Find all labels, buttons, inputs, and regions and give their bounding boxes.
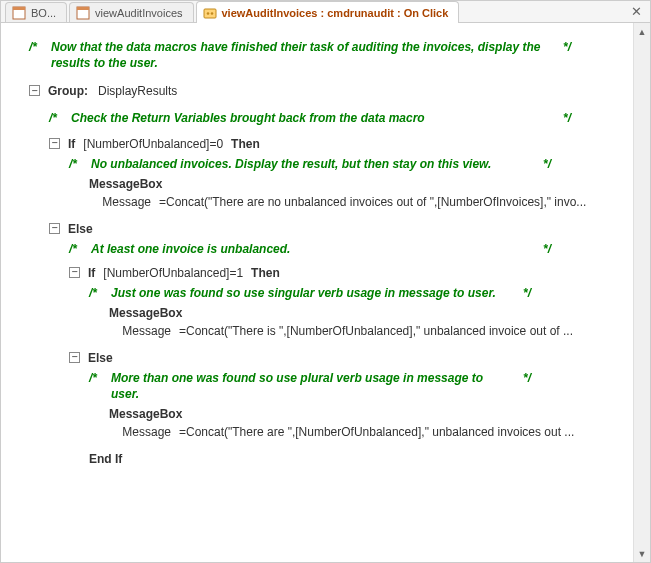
then-keyword: Then [231,136,260,152]
param-value[interactable]: =Concat("There is ",[NumberOfUnbalanced]… [179,323,629,339]
param-name: Message [109,323,179,339]
close-icon[interactable]: ✕ [631,4,642,19]
param-row: Message =Concat("There are no unbalanced… [11,194,629,210]
comment-start: /* [69,241,91,257]
group-name: DisplayResults [98,83,177,99]
else-keyword: Else [88,350,113,366]
macro-icon [203,6,217,20]
action-messagebox[interactable]: MessageBox [11,305,629,321]
comment-block: /* Check the Return Variables brought ba… [11,110,571,126]
comment-end: */ [563,110,571,126]
collapse-toggle[interactable]: − [49,138,60,149]
collapse-toggle[interactable]: − [69,267,80,278]
comment-text: Just one was found so use singular verb … [111,285,523,301]
tab-bo[interactable]: BO... [5,2,67,22]
svg-rect-3 [77,7,89,10]
if-keyword: If [68,136,75,152]
tab-label: viewAuditInvoices [95,7,182,19]
comment-text: No unbalanced invoices. Display the resu… [91,156,543,172]
group-keyword: Group: [48,83,88,99]
if-keyword: If [88,265,95,281]
vertical-scrollbar[interactable]: ▲ ▼ [633,23,650,562]
tab-bar: BO... viewAuditInvoices viewAuditInvoice… [1,1,650,23]
collapse-toggle[interactable]: − [49,223,60,234]
comment-end: */ [523,370,531,402]
form-icon [76,6,90,20]
svg-point-6 [210,12,213,15]
comment-start: /* [69,156,91,172]
tab-viewauditinvoices[interactable]: viewAuditInvoices [69,2,193,22]
comment-text: More than one was found so use plural ve… [111,370,523,402]
group-row[interactable]: − Group: DisplayResults [11,83,629,99]
scroll-up-arrow[interactable]: ▲ [634,23,650,40]
comment-block: /* More than one was found so use plural… [11,370,531,402]
tab-label: viewAuditInvoices : cmdrunaudit : On Cli… [222,7,449,19]
scroll-down-arrow[interactable]: ▼ [634,545,650,562]
else-keyword: Else [68,221,93,237]
tab-macro-editor[interactable]: viewAuditInvoices : cmdrunaudit : On Cli… [196,1,460,23]
svg-rect-1 [13,7,25,10]
comment-text: At least one invoice is unbalanced. [91,241,543,257]
macro-editor-pane: /* Now that the data macros have finishe… [1,23,633,562]
param-row: Message =Concat("There are ",[NumberOfUn… [11,424,629,440]
collapse-toggle[interactable]: − [29,85,40,96]
comment-start: /* [89,370,111,402]
comment-block: /* No unbalanced invoices. Display the r… [11,156,551,172]
comment-end: */ [543,241,551,257]
form-icon [12,6,26,20]
comment-end: */ [523,285,531,301]
param-value[interactable]: =Concat("There are no unbalanced invoice… [159,194,629,210]
param-row: Message =Concat("There is ",[NumberOfUnb… [11,323,629,339]
else-row[interactable]: − Else [11,350,629,366]
action-messagebox[interactable]: MessageBox [11,176,629,192]
action-messagebox[interactable]: MessageBox [11,406,629,422]
then-keyword: Then [251,265,280,281]
param-name: Message [89,194,159,210]
comment-text: Check the Return Variables brought back … [71,110,563,126]
comment-block: /* Now that the data macros have finishe… [11,39,571,71]
svg-point-5 [206,12,209,15]
param-name: Message [109,424,179,440]
comment-end: */ [543,156,551,172]
if-row[interactable]: − If [NumberOfUnbalanced]=0 Then [11,136,629,152]
comment-block: /* At least one invoice is unbalanced. *… [11,241,551,257]
else-row[interactable]: − Else [11,221,629,237]
comment-end: */ [563,39,571,71]
if-row[interactable]: − If [NumberOfUnbalanced]=1 Then [11,265,629,281]
condition-expression: [NumberOfUnbalanced]=0 [83,136,223,152]
endif-keyword: End If [89,451,122,467]
comment-text: Now that the data macros have finished t… [51,39,563,71]
svg-rect-4 [204,9,216,18]
collapse-toggle[interactable]: − [69,352,80,363]
condition-expression: [NumberOfUnbalanced]=1 [103,265,243,281]
comment-block: /* Just one was found so use singular ve… [11,285,531,301]
endif-row: End If [11,451,629,467]
comment-start: /* [29,39,51,71]
comment-start: /* [49,110,71,126]
comment-start: /* [89,285,111,301]
param-value[interactable]: =Concat("There are ",[NumberOfUnbalanced… [179,424,629,440]
tab-label: BO... [31,7,56,19]
